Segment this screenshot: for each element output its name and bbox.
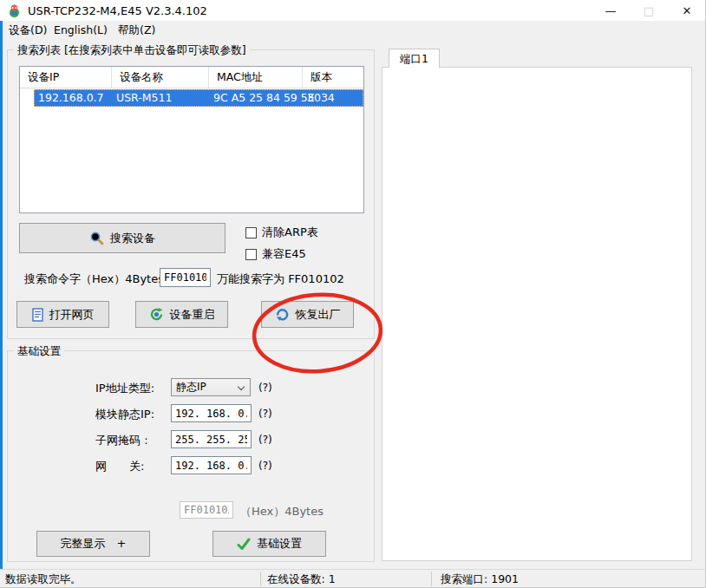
subnet-label: 子网掩码 : — [95, 433, 148, 448]
minimize-button[interactable]: — — [592, 0, 630, 21]
factory-reset-label: 恢复出厂 — [296, 307, 341, 323]
search-cmd-hint: 万能搜索字为 FF010102 — [217, 271, 344, 287]
titlebar: USR-TCP232-M4,E45 V2.3.4.102 — □ ✕ — [0, 0, 706, 21]
cell-device-ip: 192.168.0.7 — [38, 91, 104, 104]
table-header-divider — [20, 88, 363, 88]
table-header-device-ip[interactable]: 设备IP — [20, 67, 112, 88]
basic-settings-apply-label: 基础设置 — [257, 536, 302, 552]
table-header-version[interactable]: 版本 — [303, 67, 363, 88]
device-table: 设备IP 设备名称 MAC地址 版本 192.168.0.7 USR-M511 … — [19, 66, 364, 213]
window-title: USR-TCP232-M4,E45 V2.3.4.102 — [28, 4, 207, 17]
subnet-help-link[interactable]: (?) — [258, 434, 272, 446]
open-webpage-label: 打开网页 — [49, 307, 95, 323]
factory-reset-icon — [275, 307, 290, 322]
full-display-label: 完整显示 + — [61, 536, 127, 552]
ip-type-select[interactable]: 静态IP — [171, 378, 251, 396]
checkbox-box — [245, 249, 257, 260]
app-window: USR-TCP232-M4,E45 V2.3.4.102 — □ ✕ 设备(D)… — [0, 0, 706, 588]
app-icon — [7, 3, 22, 18]
check-icon — [237, 538, 251, 551]
gateway-label: 网 关: — [95, 459, 144, 474]
clear-arp-checkbox[interactable]: 清除ARP表 — [245, 225, 318, 240]
restart-icon — [149, 307, 164, 322]
ip-type-label: IP地址类型: — [95, 381, 154, 396]
search-list-group-title: 搜索列表 [在搜索列表中单击设备即可读取参数] — [14, 43, 250, 58]
cell-mac: 9C A5 25 84 59 5E — [213, 91, 315, 104]
table-row[interactable]: 192.168.0.7 USR-M511 9C A5 25 84 59 5E 3… — [34, 89, 363, 107]
menu-help[interactable]: 帮助(Z) — [113, 22, 160, 38]
table-header-mac[interactable]: MAC地址 — [209, 67, 303, 88]
status-message: 数据读取完毕。 — [5, 572, 82, 587]
basic-hex-input — [180, 501, 233, 519]
search-cmd-label: 搜索命令字（Hex）4Bytes — [24, 271, 164, 287]
device-restart-button[interactable]: 设备重启 — [135, 301, 228, 328]
port1-tab-panel — [382, 67, 692, 561]
table-header-device-name[interactable]: 设备名称 — [112, 67, 209, 88]
ip-type-value: 静态IP — [176, 380, 206, 395]
maximize-button[interactable]: □ — [630, 0, 668, 21]
clear-arp-label: 清除ARP表 — [262, 225, 318, 240]
compat-e45-label: 兼容E45 — [262, 246, 306, 262]
status-bar: 数据读取完毕。 在线设备数: 1 搜索端口: 1901 — [0, 569, 706, 588]
search-cmd-input[interactable] — [160, 268, 211, 287]
static-ip-help-link[interactable]: (?) — [258, 408, 272, 420]
status-online-count: 在线设备数: 1 — [267, 572, 336, 587]
basic-settings-apply-button[interactable]: 基础设置 — [212, 531, 326, 557]
checkbox-box — [245, 227, 257, 238]
ip-type-help-link[interactable]: (?) — [258, 382, 272, 394]
open-webpage-button[interactable]: 打开网页 — [16, 301, 109, 328]
window-accent-edge — [0, 21, 3, 588]
gateway-input[interactable] — [171, 456, 252, 474]
status-divider — [431, 572, 432, 586]
tab-port1[interactable]: 端口1 — [389, 49, 440, 68]
menu-device[interactable]: 设备(D) — [3, 22, 52, 38]
search-device-button[interactable]: 搜索设备 — [19, 223, 226, 253]
static-ip-label: 模块静态IP: — [95, 407, 154, 422]
basic-settings-group-title: 基础设置 — [14, 344, 64, 359]
static-ip-input[interactable] — [171, 404, 252, 422]
search-device-label: 搜索设备 — [110, 231, 155, 246]
subnet-input[interactable] — [171, 430, 252, 448]
full-display-button[interactable]: 完整显示 + — [36, 531, 150, 557]
status-divider — [260, 572, 261, 586]
webpage-icon — [32, 308, 43, 322]
compat-e45-checkbox[interactable]: 兼容E45 — [245, 246, 306, 262]
basic-hex-suffix: （Hex）4Bytes — [240, 504, 324, 519]
status-search-port: 搜索端口: 1901 — [441, 572, 519, 587]
close-button[interactable]: ✕ — [668, 0, 706, 21]
device-restart-label: 设备重启 — [170, 307, 215, 323]
chevron-down-icon — [238, 383, 245, 390]
search-icon — [89, 231, 104, 245]
gateway-help-link[interactable]: (?) — [258, 460, 272, 472]
factory-reset-button[interactable]: 恢复出厂 — [261, 301, 354, 328]
cell-device-name: USR-M511 — [116, 91, 172, 104]
cell-version: 3034 — [307, 91, 335, 104]
menu-english[interactable]: English(L) — [49, 22, 113, 38]
